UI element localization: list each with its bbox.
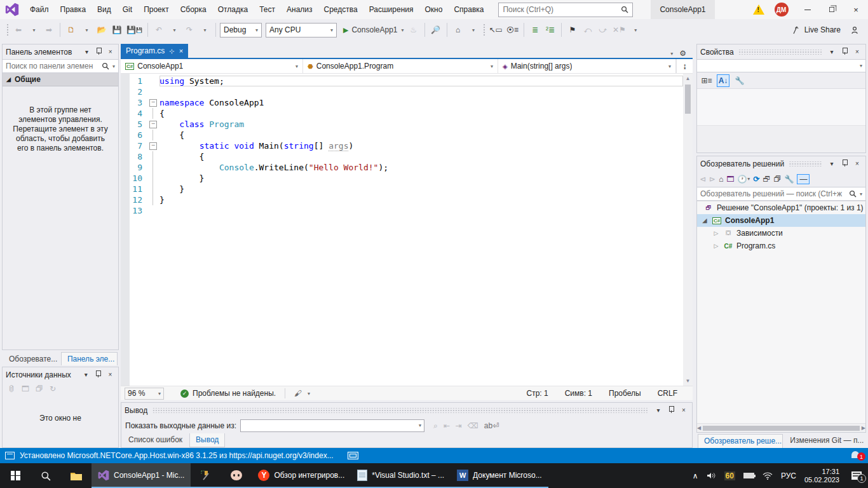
tree-item-dependencies[interactable]: ▷ ⛋ Зависимости [697, 227, 865, 240]
taskbar-search-button[interactable] [31, 463, 61, 488]
menu-build[interactable]: Сборка [175, 0, 212, 19]
find-in-files-icon[interactable]: 🔎 [429, 22, 443, 37]
search-options-dropdown-icon[interactable]: ▾ [860, 191, 862, 197]
toolbar-overflow-icon[interactable]: ▾ [466, 22, 480, 37]
code-line[interactable]: 1using System; [121, 76, 683, 86]
tab-git-changes[interactable]: Изменения Git — п... [784, 434, 865, 448]
next-bookmark-icon[interactable]: ⤻ [596, 22, 610, 37]
scroll-down-icon[interactable]: ▼ [686, 376, 691, 386]
code-text[interactable]: class Program [159, 119, 683, 130]
toolbox-close-icon[interactable]: × [105, 48, 115, 55]
alphabetical-sort-icon[interactable]: A↓ [717, 74, 729, 87]
code-line[interactable]: 8 { [121, 151, 683, 162]
code-text[interactable]: } [159, 173, 683, 184]
save-all-icon[interactable]: 💾💾 [125, 22, 144, 37]
line-number[interactable]: 5 [121, 119, 150, 130]
add-data-source-icon[interactable]: 🛢 [8, 384, 15, 393]
collapsed-triangle-icon[interactable]: ▷ [712, 243, 720, 249]
clear-output-icon[interactable]: ⌫ [468, 421, 478, 430]
code-text[interactable]: } [159, 184, 683, 194]
navigate-back-dropdown-icon[interactable]: ▾ [27, 22, 41, 37]
se-home-icon[interactable]: ⌂ [719, 175, 723, 184]
save-icon[interactable]: 💾 [110, 22, 124, 37]
code-text[interactable] [159, 205, 683, 216]
increase-indent-icon[interactable]: ²≣ [543, 22, 557, 37]
goto-next-message-icon[interactable]: ⇥ [456, 421, 462, 430]
solution-explorer-home-icon[interactable]: ⌂ [451, 22, 465, 37]
line-number[interactable]: 1 [121, 76, 150, 86]
start-button[interactable] [0, 463, 31, 488]
sync-with-active-document-icon[interactable]: ↖▭ [488, 22, 504, 37]
word-wrap-icon[interactable]: ab⏎ [484, 421, 499, 430]
start-debugging-button[interactable]: ▶ ConsoleApp1 ▾ [342, 22, 405, 37]
collapsed-triangle-icon[interactable]: ▷ [712, 230, 720, 236]
line-number[interactable]: 11 [121, 184, 150, 194]
line-ending-indicator[interactable]: CRLF [658, 389, 677, 398]
code-line[interactable]: 5 class Program [121, 119, 683, 130]
code-text[interactable]: using System; [159, 76, 683, 86]
menu-window[interactable]: Окно [419, 0, 448, 19]
tab-server-explorer[interactable]: Обозревате... [3, 353, 60, 365]
line-number[interactable]: 9 [121, 162, 150, 173]
line-indicator[interactable]: Стр: 1 [527, 389, 548, 398]
properties-object-combo[interactable]: ▾ [697, 59, 865, 72]
toolbar-grip-2[interactable] [483, 24, 485, 36]
solution-explorer-pin-icon[interactable] [839, 159, 850, 168]
solution-configuration-combo[interactable]: Debug▾ [220, 23, 262, 37]
fold-collapse-icon[interactable] [150, 97, 159, 108]
taskbar-notepad-button[interactable]: *Visual Studio.txt – ... [351, 463, 451, 488]
solution-explorer-close-icon[interactable]: × [852, 160, 862, 167]
find-message-icon[interactable]: ⌕ [433, 421, 438, 430]
tab-program-cs[interactable]: Program.cs ⊹ × [121, 44, 188, 58]
code-text[interactable]: } [159, 194, 683, 205]
column-indicator[interactable]: Симв: 1 [565, 389, 592, 398]
quick-search-box[interactable] [498, 3, 633, 17]
output-window-menu-icon[interactable]: ▾ [653, 407, 663, 414]
expanded-triangle-icon[interactable]: ◢ [701, 217, 709, 224]
code-line[interactable]: 11 } [121, 184, 683, 194]
hot-reload-icon[interactable]: ♨ [407, 22, 421, 37]
data-sources-pin-icon[interactable] [93, 370, 103, 379]
taskbar-game-button[interactable] [221, 463, 252, 488]
solution-search-input[interactable] [700, 189, 846, 198]
code-text[interactable] [159, 86, 683, 97]
tab-list-dropdown-icon[interactable]: ▾ [670, 51, 673, 57]
minimize-button[interactable] [796, 0, 820, 19]
code-line[interactable]: 13 [121, 205, 683, 216]
clear-bookmarks-icon[interactable]: ✕⚑ [611, 22, 627, 37]
properties-close-icon[interactable]: × [852, 48, 862, 55]
nav-type-combo[interactable]: ⬣ ConsoleApp1.Program ▾ [303, 59, 498, 73]
line-number[interactable]: 8 [121, 151, 150, 162]
line-number[interactable]: 2 [121, 86, 150, 97]
code-cleanup-broom-icon[interactable]: 🖌 [294, 389, 302, 398]
code-text[interactable]: { [159, 108, 683, 119]
code-line[interactable]: 6 { [121, 130, 683, 140]
se-forward-icon[interactable]: ⊳ [709, 175, 715, 184]
open-file-icon[interactable]: 📂 [95, 22, 109, 37]
document-outline-icon[interactable]: ⦿≡ [505, 22, 520, 37]
line-number[interactable]: 13 [121, 205, 150, 216]
tray-chevron-icon[interactable]: ∧ [693, 471, 698, 480]
redo-icon[interactable]: ↷ [182, 22, 196, 37]
menu-debug[interactable]: Отладка [212, 0, 254, 19]
refresh-icon[interactable]: ⟳ [753, 175, 759, 184]
zoom-level-combo[interactable]: 96 %▾ [125, 388, 164, 400]
tab-toolbox[interactable]: Панель эле... [61, 352, 118, 365]
menu-edit[interactable]: Правка [55, 0, 92, 19]
battery-percent-text[interactable]: 60 [724, 471, 735, 480]
line-number[interactable]: 4 [121, 108, 150, 119]
nav-member-combo[interactable]: ◈ Main(string[] args) ▾ [498, 59, 676, 73]
output-pin-icon[interactable] [666, 406, 676, 414]
fold-collapse-icon[interactable] [150, 119, 159, 130]
quick-search-input[interactable] [503, 5, 621, 14]
navigate-back-icon[interactable]: ⬅ [11, 22, 25, 37]
line-number[interactable]: 7 [121, 140, 150, 151]
toolbar-grip[interactable] [6, 24, 9, 36]
menu-project[interactable]: Проект [138, 0, 175, 19]
tree-item-project[interactable]: ◢ C# ConsoleApp1 [697, 214, 865, 227]
tab-pin-icon[interactable]: ⊹ [169, 48, 174, 55]
taskbar-clock[interactable]: 17:31 05.02.2023 [804, 468, 839, 484]
goto-previous-message-icon[interactable]: ⇤ [444, 421, 450, 430]
scrollbar-thumb[interactable] [703, 426, 860, 431]
tab-close-icon[interactable]: × [179, 47, 183, 55]
